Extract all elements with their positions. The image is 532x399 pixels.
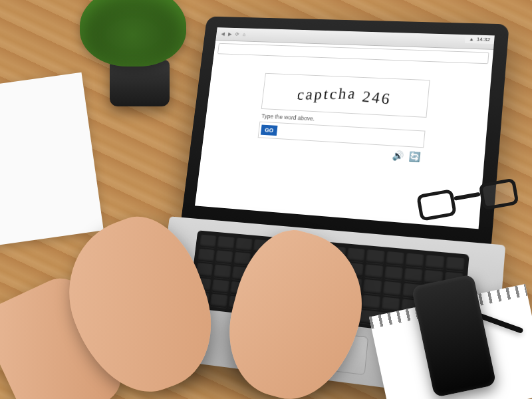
refresh-icon[interactable]: 🔄 xyxy=(408,151,421,162)
go-button[interactable]: GO xyxy=(261,125,278,136)
home-icon[interactable]: ⌂ xyxy=(241,31,247,37)
captcha-challenge-image: captcha 246 xyxy=(261,73,430,118)
clock: 14:32 xyxy=(476,37,490,43)
audio-icon[interactable]: 🔊 xyxy=(392,150,404,161)
reload-icon[interactable]: ⟳ xyxy=(233,31,240,37)
captcha-widget: captcha 246 Type the word above. GO 🔊 🔄 xyxy=(249,73,430,224)
forward-icon[interactable]: ▶ xyxy=(227,31,233,37)
wifi-icon xyxy=(469,36,474,42)
captcha-word-1: captcha xyxy=(297,84,358,103)
system-status-bar: 14:32 xyxy=(465,35,495,44)
captcha-word-2: 246 xyxy=(362,88,391,108)
potted-plant xyxy=(80,0,200,120)
back-icon[interactable]: ◀ xyxy=(219,31,226,37)
